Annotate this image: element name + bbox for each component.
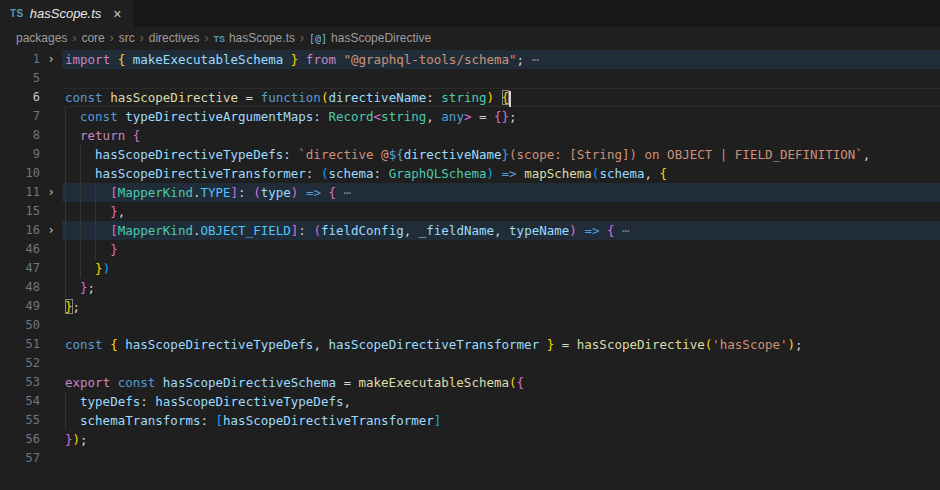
code-line[interactable]: 48}; [0, 278, 940, 297]
code-token: ( [253, 185, 261, 200]
code-line[interactable]: 9hasScopeDirectiveTypeDefs: `directive @… [0, 145, 940, 164]
code-line[interactable]: 16›[MapperKind.OBJECT_FIELD]: (fieldConf… [0, 221, 940, 240]
code-line[interactable]: 8return { [0, 126, 940, 145]
code-line[interactable]: 51const { hasScopeDirectiveTypeDefs, has… [0, 335, 940, 354]
fold-column [40, 88, 62, 107]
line-number: 7 [0, 107, 40, 126]
editor-gutter: 50 [0, 316, 62, 335]
code-line-content[interactable]: typeDefs: hasScopeDirectiveTypeDefs, [62, 392, 940, 411]
code-token: : [283, 147, 298, 162]
tab-bar: TS hasScope.ts × [0, 0, 940, 28]
indent-guide [80, 164, 95, 183]
code-editor[interactable]: 1›import { makeExecutableSchema } from "… [0, 48, 940, 468]
tab-hasscope-ts[interactable]: TS hasScope.ts × [0, 0, 133, 27]
code-line-content[interactable]: const hasScopeDirective = function(direc… [62, 88, 940, 107]
code-token: { [110, 337, 118, 352]
code-line-content[interactable]: hasScopeDirectiveTypeDefs: `directive @$… [62, 145, 940, 164]
code-line-content[interactable] [62, 316, 940, 335]
code-token: ; [80, 432, 88, 447]
code-line[interactable]: 47}) [0, 259, 940, 278]
code-line[interactable]: 56}); [0, 430, 940, 449]
code-line-content[interactable]: schemaTransforms: [hasScopeDirectiveTran… [62, 411, 940, 430]
code-token: string [381, 109, 426, 124]
code-line[interactable]: 1›import { makeExecutableSchema } from "… [0, 50, 940, 69]
code-token: ⋯ [336, 185, 351, 200]
code-line[interactable]: 50 [0, 316, 940, 335]
code-line-content[interactable] [62, 354, 940, 373]
close-icon[interactable]: × [113, 7, 121, 21]
code-line-content[interactable]: [MapperKind.TYPE]: (type) => { ⋯ [62, 183, 940, 202]
fold-collapsed-chevron-icon[interactable]: › [40, 183, 62, 202]
code-token: hasScopeDirectiveTransformer [95, 166, 306, 181]
breadcrumb-item[interactable]: src [119, 31, 135, 45]
line-number: 15 [0, 202, 40, 221]
fold-column [40, 259, 62, 278]
fold-column [40, 107, 62, 126]
code-line-content[interactable]: }; [62, 278, 940, 297]
code-token: { [517, 375, 525, 390]
code-line[interactable]: 7const typeDirectiveArgumentMaps: Record… [0, 107, 940, 126]
code-line[interactable]: 10hasScopeDirectiveTransformer: (schema:… [0, 164, 940, 183]
code-line[interactable]: 46} [0, 240, 940, 259]
line-number: 46 [0, 240, 40, 259]
breadcrumb-item[interactable]: [@]hasScopeDirective [309, 31, 431, 45]
code-line[interactable]: 5 [0, 69, 940, 88]
code-line-content[interactable]: }, [62, 202, 940, 221]
code-line[interactable]: 55schemaTransforms: [hasScopeDirectiveTr… [0, 411, 940, 430]
code-line[interactable]: 53export const hasScopeDirectiveSchema =… [0, 373, 940, 392]
code-line[interactable]: 57 [0, 449, 940, 468]
line-number: 52 [0, 354, 40, 373]
code-line-content[interactable]: const typeDirectiveArgumentMaps: Record<… [62, 107, 940, 126]
code-line-content[interactable]: [MapperKind.OBJECT_FIELD]: (fieldConfig,… [62, 221, 940, 240]
code-line-content[interactable]: }; [62, 297, 940, 316]
breadcrumb-item[interactable]: packages [16, 31, 67, 45]
code-line[interactable]: 15}, [0, 202, 940, 221]
code-line-content[interactable] [62, 449, 940, 468]
fold-column [40, 126, 62, 145]
fold-collapsed-chevron-icon[interactable]: › [40, 50, 62, 69]
code-line[interactable]: 49}; [0, 297, 940, 316]
breadcrumb-item[interactable]: TShasScope.ts [213, 31, 295, 45]
code-token: : [238, 185, 253, 200]
text-cursor [509, 91, 511, 107]
code-token: } [65, 432, 73, 447]
code-token: OBJECT_FIELD [200, 223, 290, 238]
indent-guide [65, 202, 80, 221]
fold-collapsed-chevron-icon[interactable]: › [40, 221, 62, 240]
line-number: 55 [0, 411, 40, 430]
editor-gutter: 16› [0, 221, 62, 240]
code-line-content[interactable]: export const hasScopeDirectiveSchema = m… [62, 373, 940, 392]
code-token: , [404, 223, 419, 238]
code-token: : [374, 166, 389, 181]
code-line-content[interactable]: hasScopeDirectiveTransformer: (schema: G… [62, 164, 940, 183]
code-line-content[interactable]: return { [62, 126, 940, 145]
breadcrumb-item[interactable]: core [81, 31, 104, 45]
editor-gutter: 52 [0, 354, 62, 373]
code-token: hasScopeDirective [110, 90, 238, 105]
code-line-content[interactable]: const { hasScopeDirectiveTypeDefs, hasSc… [62, 335, 940, 354]
code-token: const [65, 90, 110, 105]
code-token: "@graphql-tools/schema" [344, 52, 517, 67]
line-number: 56 [0, 430, 40, 449]
fold-column [40, 240, 62, 259]
code-token: ) [486, 166, 494, 181]
breadcrumb-item[interactable]: directives [149, 31, 200, 45]
code-token: ; [509, 109, 517, 124]
code-line-content[interactable]: import { makeExecutableSchema } from "@g… [62, 50, 940, 69]
code-line-content[interactable] [62, 69, 940, 88]
editor-gutter: 54 [0, 392, 62, 411]
code-line[interactable]: 54typeDefs: hasScopeDirectiveTypeDefs, [0, 392, 940, 411]
code-token: [ [110, 185, 118, 200]
code-line-content[interactable]: }) [62, 259, 940, 278]
code-token: mapSchema [524, 166, 592, 181]
code-token: hasScopeDirectiveTypeDefs [155, 394, 343, 409]
code-line-content[interactable]: }); [62, 430, 940, 449]
code-token: from [306, 52, 344, 67]
code-token [494, 166, 502, 181]
fold-column [40, 449, 62, 468]
code-line[interactable]: 6const hasScopeDirective = function(dire… [0, 88, 940, 107]
code-line[interactable]: 52 [0, 354, 940, 373]
editor-gutter: 10 [0, 164, 62, 183]
code-line[interactable]: 11›[MapperKind.TYPE]: (type) => { ⋯ [0, 183, 940, 202]
code-line-content[interactable]: } [62, 240, 940, 259]
